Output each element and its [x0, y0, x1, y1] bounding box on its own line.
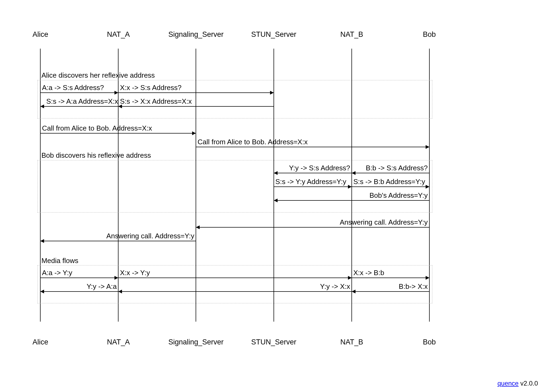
participant-nat_b-top: NAT_B — [340, 30, 363, 39]
arrow-right-icon — [426, 145, 429, 149]
message-label-7: Y:y -> S:s Address? — [289, 164, 350, 172]
message-line-8 — [274, 186, 352, 187]
message-line-13 — [40, 278, 118, 278]
arrow-right-icon — [114, 91, 118, 95]
arrow-left-icon — [274, 199, 278, 202]
participant-bob-bottom: Bob — [423, 338, 436, 346]
message-line-18 — [40, 291, 118, 292]
message-line-10 — [274, 200, 429, 201]
participant-bob-top: Bob — [423, 30, 436, 39]
message-label-5: Call from Alice to Bob. Address=X:x — [197, 138, 308, 146]
participant-nat_a-bottom: NAT_A — [107, 338, 130, 346]
message-label-0: A:a -> S:s Address? — [42, 84, 104, 92]
arrow-left-icon — [118, 290, 122, 293]
message-label-13: A:a -> Y:y — [42, 269, 72, 277]
footer-link[interactable]: quence — [497, 380, 519, 387]
message-line-4 — [40, 133, 196, 134]
message-line-0 — [40, 92, 118, 93]
message-label-8: S:s -> Y:y Address=Y:y — [275, 178, 346, 186]
message-line-5 — [196, 147, 429, 147]
participant-alice-top: Alice — [33, 30, 48, 39]
arrow-left-icon — [196, 225, 200, 229]
message-label-11: Answering call. Address=Y:y — [340, 218, 428, 226]
arrow-right-icon — [348, 276, 352, 280]
participant-stun-bottom: STUN_Server — [251, 338, 296, 346]
arrow-right-icon — [192, 131, 196, 135]
group-label-2: Media flows — [41, 257, 78, 265]
message-line-3 — [40, 106, 118, 107]
arrow-left-icon — [40, 290, 44, 293]
arrow-left-icon — [40, 105, 44, 108]
message-label-3: S:s -> A:a Address=X:x — [46, 97, 118, 106]
message-line-7 — [274, 173, 352, 173]
message-line-15 — [352, 278, 429, 278]
participant-sigsrv-bottom: Signaling_Server — [168, 338, 224, 346]
participant-stun-top: STUN_Server — [251, 30, 296, 39]
arrow-right-icon — [270, 91, 274, 95]
message-label-9: S:s -> B:b Address=Y:y — [353, 178, 425, 186]
message-label-16: B:b-> X:x — [399, 282, 428, 291]
footer-credit: quence v2.0.0 — [497, 380, 538, 387]
arrow-right-icon — [114, 276, 118, 280]
message-label-6: B:b -> S:s Address? — [366, 164, 428, 172]
message-label-18: Y:y -> A:a — [87, 282, 117, 291]
message-line-6 — [352, 173, 429, 173]
arrow-right-icon — [426, 276, 429, 280]
message-label-2: S:s -> X:x Address=X:x — [120, 97, 192, 106]
message-line-17 — [118, 291, 352, 292]
group-label-0: Alice discovers her reflexive address — [41, 71, 155, 80]
participant-nat_b-bottom: NAT_B — [340, 338, 363, 346]
participant-alice-bottom: Alice — [33, 338, 48, 346]
message-line-2 — [118, 106, 274, 107]
message-line-9 — [352, 186, 429, 187]
message-line-16 — [352, 291, 429, 292]
message-line-1 — [118, 92, 274, 93]
arrow-right-icon — [426, 185, 429, 189]
message-label-14: X:x -> Y:y — [120, 269, 150, 277]
participant-sigsrv-top: Signaling_Server — [168, 30, 224, 39]
message-label-4: Call from Alice to Bob. Address=X:x — [42, 124, 152, 132]
arrow-left-icon — [40, 239, 44, 243]
group-label-1: Bob discovers his reflexive address — [41, 151, 151, 160]
arrow-right-icon — [348, 185, 352, 189]
message-line-14 — [118, 278, 352, 278]
message-label-12: Answering call. Address=Y:y — [106, 232, 194, 240]
message-label-15: X:x -> B:b — [353, 269, 384, 277]
message-label-10: Bob's Address=Y:y — [369, 191, 428, 200]
sequence-diagram: AliceAliceNAT_ANAT_ASignaling_ServerSign… — [0, 0, 546, 392]
arrow-left-icon — [352, 290, 355, 293]
message-line-12 — [40, 241, 196, 241]
arrow-left-icon — [352, 171, 355, 175]
message-label-1: X:x -> S:s Address? — [120, 84, 181, 92]
arrow-left-icon — [274, 171, 278, 175]
participant-nat_a-top: NAT_A — [107, 30, 130, 39]
footer-version: v2.0.0 — [519, 380, 538, 387]
message-line-11 — [196, 227, 429, 228]
message-label-17: Y:y -> X:x — [320, 282, 350, 291]
